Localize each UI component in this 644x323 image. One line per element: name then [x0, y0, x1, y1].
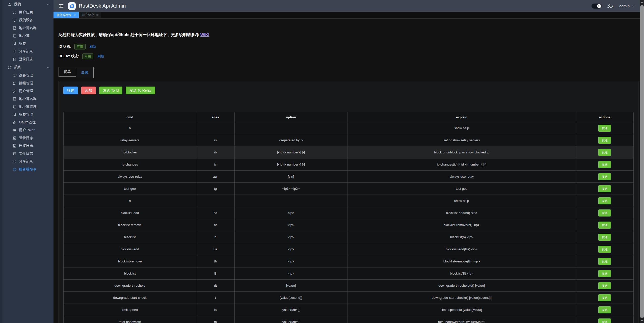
cell-cmd: blocklist-remove: [64, 255, 196, 267]
sidebar-item[interactable]: 连接日志: [3, 142, 53, 150]
sidebar-item-label: 地址簿: [19, 34, 30, 38]
cell-alias: dt: [196, 280, 235, 292]
send-button[interactable]: 发送: [598, 234, 611, 241]
dark-mode-toggle[interactable]: ☾: [592, 4, 602, 9]
send-button[interactable]: 发送: [598, 306, 611, 313]
sidebar: 我的用户信息我的设备地址簿名称地址簿标签分享记录登录日志系统设备管理群组管理用户…: [0, 0, 53, 323]
sidebar-item[interactable]: 地址簿: [3, 32, 53, 40]
sidebar-item[interactable]: 文件日志: [3, 150, 53, 157]
cell-alias: [196, 122, 235, 134]
sidebar-item-label: 服务端命令: [19, 167, 37, 172]
send-button[interactable]: 发送: [598, 222, 611, 229]
sidebar-item[interactable]: 分享记录: [3, 157, 53, 165]
cell-cmd: blacklist: [64, 231, 196, 243]
toolbar-button[interactable]: 发送 To Id: [99, 87, 122, 94]
caret-up-icon: [46, 66, 50, 69]
close-icon[interactable]: ×: [96, 13, 98, 17]
send-button[interactable]: 发送: [598, 197, 611, 204]
book-icon: [13, 26, 17, 30]
send-button[interactable]: 发送: [598, 294, 611, 301]
mode-tab-active[interactable]: 高级: [76, 67, 94, 78]
cell-actions: 发送: [576, 255, 633, 267]
sidebar-item[interactable]: 我的设备: [3, 16, 53, 24]
table-header-row: cmdaliasoptionexplainactions: [64, 112, 634, 122]
sidebar-item[interactable]: 用户Token: [3, 126, 53, 134]
sidebar-item[interactable]: 地址簿管理: [3, 103, 53, 111]
sidebar-item-active[interactable]: 服务端命令: [3, 165, 53, 173]
sidebar-item-label: 群组管理: [19, 81, 33, 86]
page-scrollbar[interactable]: [640, 0, 644, 323]
send-button[interactable]: 发送: [598, 318, 611, 323]
send-button[interactable]: 发送: [598, 258, 611, 265]
sidebar-item[interactable]: 地址簿名称: [3, 95, 53, 103]
send-button[interactable]: 发送: [598, 125, 611, 132]
send-button[interactable]: 发送: [598, 282, 611, 289]
sidebar-section-1[interactable]: 系统: [3, 63, 53, 71]
send-button[interactable]: 发送: [598, 173, 611, 180]
sidebar-fold-icon[interactable]: [59, 3, 64, 9]
sidebar-item[interactable]: 群组管理: [3, 79, 53, 87]
sidebar-item-label: 地址簿名称: [19, 97, 37, 101]
sidebar-item[interactable]: Oauth管理: [3, 118, 53, 126]
sidebar-item[interactable]: 设备管理: [3, 71, 53, 79]
cell-explain: ip-changes(ic) [<id>|<number>] [-]: [347, 158, 576, 171]
cell-explain: blocklist(B) <ip>: [347, 267, 576, 280]
sidebar-item-label: Oauth管理: [19, 120, 36, 125]
cell-cmd: test-geo: [64, 183, 196, 195]
scroll-up-icon[interactable]: [641, 2, 643, 3]
clipboard-icon: [13, 136, 17, 140]
close-icon[interactable]: ×: [74, 13, 76, 17]
cell-option: <ip>: [235, 207, 347, 219]
send-button[interactable]: 发送: [598, 137, 611, 144]
table-row: limit-speedls[value(Mb/s)]limit-speed(ls…: [64, 304, 634, 316]
send-button[interactable]: 发送: [598, 161, 611, 168]
sidebar-item[interactable]: 标签: [3, 40, 53, 47]
table-row: relay-serversrs<separated by ,>set or sh…: [64, 134, 634, 146]
cell-alias: tg: [196, 183, 235, 195]
sidebar-item-label: 用户管理: [19, 89, 33, 93]
toolbar: 筛选添加发送 To Id发送 To Relay: [63, 87, 634, 94]
sidebar-item[interactable]: 标签管理: [3, 111, 53, 118]
scrollbar-thumb[interactable]: [640, 5, 644, 318]
scroll-down-icon[interactable]: [641, 320, 643, 321]
sidebar-section-0[interactable]: 我的: [3, 0, 53, 8]
cell-cmd: total-bandwidth: [64, 316, 196, 323]
sidebar-item[interactable]: 登录日志: [3, 134, 53, 142]
sidebar-item[interactable]: 用户信息: [3, 8, 53, 16]
sidebar-section-label: 我的: [14, 2, 46, 7]
cell-actions: 发送: [576, 231, 633, 243]
send-button[interactable]: 发送: [598, 149, 611, 156]
open-tab[interactable]: 用户信息×: [79, 12, 101, 18]
sidebar-item[interactable]: 登录日志: [3, 55, 53, 63]
wiki-link[interactable]: WIKI: [200, 33, 209, 37]
cell-cmd: blocklist-add: [64, 243, 196, 255]
cell-cmd: relay-servers: [64, 134, 196, 146]
id-refresh-link[interactable]: 刷新: [90, 44, 96, 49]
sidebar-item[interactable]: 分享记录: [3, 47, 53, 55]
toolbar-button[interactable]: 筛选: [63, 87, 78, 94]
chevron-down-icon: [631, 4, 635, 8]
toolbar-button[interactable]: 发送 To Relay: [126, 87, 155, 94]
cell-alias: Br: [196, 255, 235, 267]
sidebar-item-label: 分享记录: [19, 49, 33, 54]
cell-option: [value(Mb/s)]: [235, 304, 347, 316]
user-menu[interactable]: admin: [619, 4, 635, 8]
send-button[interactable]: 发送: [598, 270, 611, 277]
chat-icon: [13, 81, 17, 85]
sidebar-item-label: 设备管理: [19, 73, 33, 78]
cell-alias: ic: [196, 158, 235, 171]
toolbar-button[interactable]: 添加: [81, 87, 96, 94]
relay-refresh-link[interactable]: 刷新: [97, 54, 104, 59]
cell-cmd: blacklist-remove: [64, 219, 196, 231]
send-button[interactable]: 发送: [598, 246, 611, 253]
sidebar-item[interactable]: 地址簿名称: [3, 24, 53, 32]
sidebar-item-label: 用户Token: [19, 128, 35, 132]
gear-icon: [13, 167, 17, 171]
language-switch-icon[interactable]: 文A: [607, 4, 613, 8]
sidebar-item[interactable]: 用户管理: [3, 87, 53, 95]
send-button[interactable]: 发送: [598, 209, 611, 217]
cell-cmd: h: [64, 122, 196, 134]
open-tab-active[interactable]: 服务端命令×: [53, 12, 79, 18]
send-button[interactable]: 发送: [598, 185, 611, 192]
mode-tab[interactable]: 简单: [59, 67, 76, 77]
